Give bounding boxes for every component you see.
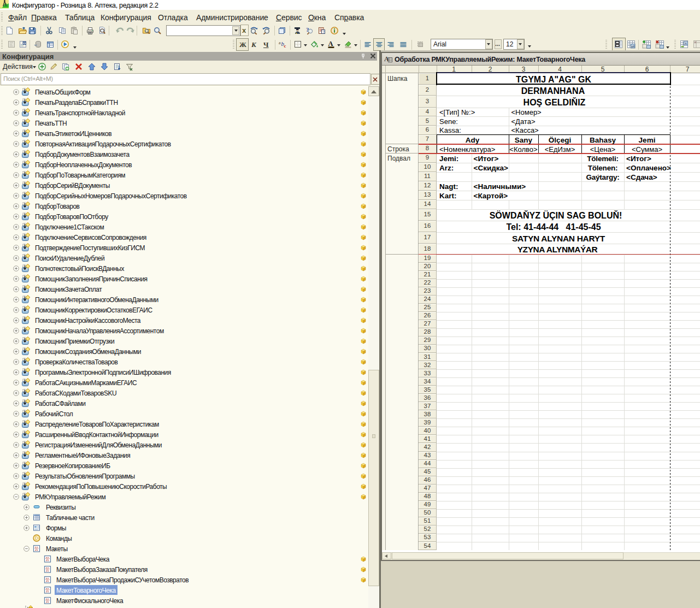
svg-text:A: A [328,40,333,48]
svg-text:a: a [279,40,281,45]
svg-text:c: c [284,43,286,49]
svg-text:?: ? [322,30,325,34]
svg-text:об: об [632,45,635,48]
svg-text:A: A [685,42,687,45]
